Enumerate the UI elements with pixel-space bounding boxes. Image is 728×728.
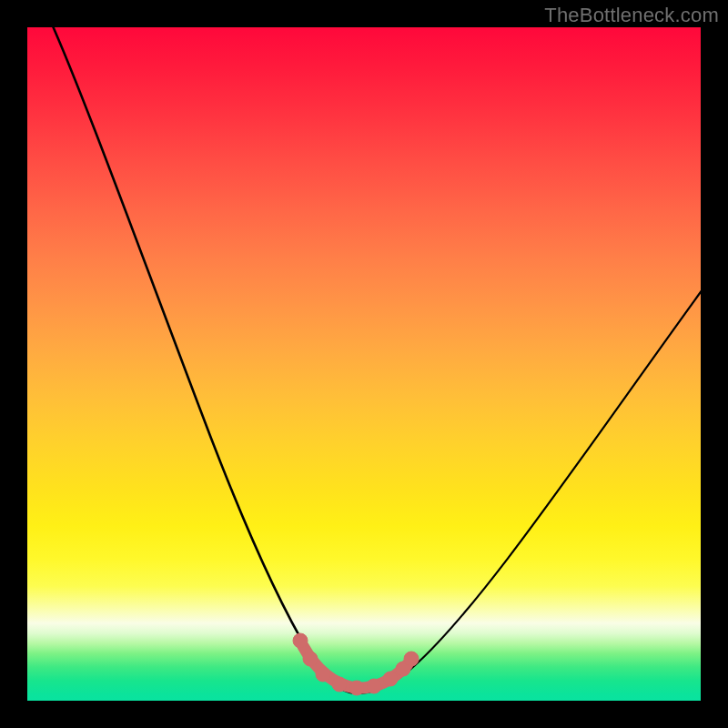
svg-point-1	[303, 652, 318, 666]
svg-point-4	[349, 681, 364, 695]
curve-svg	[27, 27, 701, 701]
bottleneck-curve-right	[355, 289, 703, 693]
sweet-spot-markers	[293, 633, 419, 695]
svg-point-5	[367, 679, 381, 693]
svg-point-2	[316, 667, 330, 682]
bottleneck-curve-left	[50, 20, 355, 693]
svg-point-0	[293, 633, 308, 648]
svg-point-8	[404, 652, 419, 666]
chart-stage: TheBottleneck.com	[0, 0, 728, 728]
svg-point-6	[383, 672, 398, 686]
svg-point-3	[332, 677, 347, 692]
watermark-text: TheBottleneck.com	[544, 4, 719, 27]
plot-area	[27, 27, 701, 701]
